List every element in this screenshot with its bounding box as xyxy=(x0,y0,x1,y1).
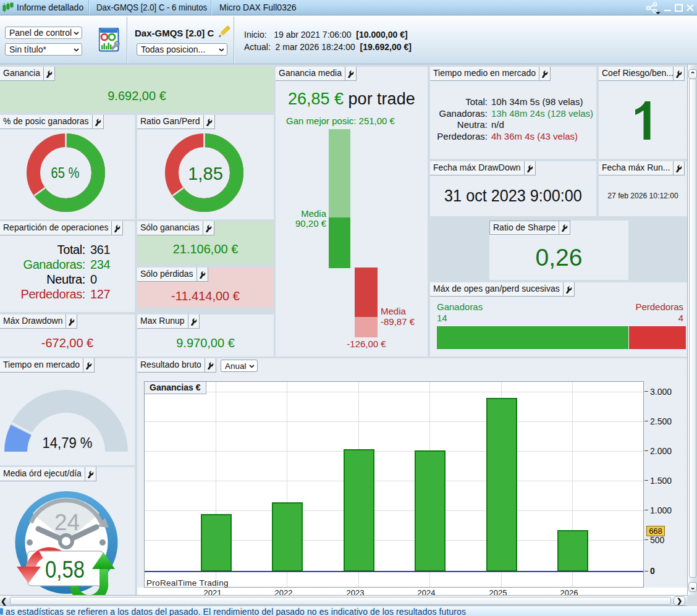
svg-text:24: 24 xyxy=(54,510,80,535)
svg-text:0,58: 0,58 xyxy=(45,557,85,583)
